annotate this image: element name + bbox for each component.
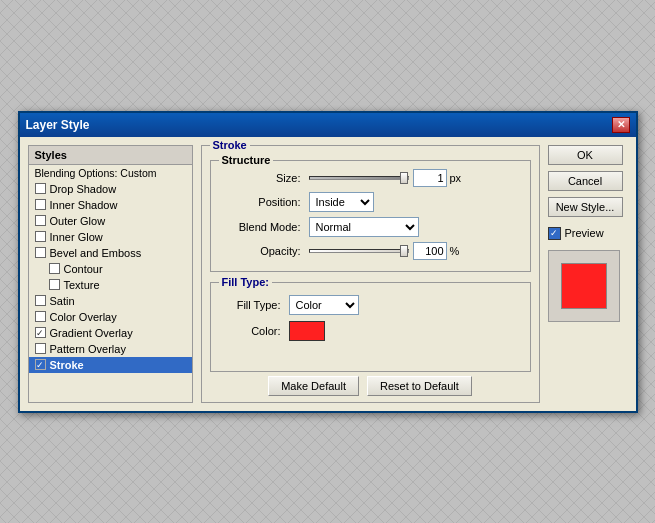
size-label: Size:: [219, 172, 309, 184]
gradient-overlay-label: Gradient Overlay: [50, 327, 133, 339]
stroke-section-title: Stroke: [210, 139, 250, 151]
outer-glow-checkbox[interactable]: [35, 215, 46, 226]
style-item-outer-glow[interactable]: Outer Glow: [29, 213, 192, 229]
inner-shadow-checkbox[interactable]: [35, 199, 46, 210]
fill-section: Fill Type: Fill Type: Color Gradient Pat…: [210, 282, 531, 372]
style-item-drop-shadow[interactable]: Drop Shadow: [29, 181, 192, 197]
position-row: Position: Inside Outside Center: [219, 192, 522, 212]
style-item-stroke[interactable]: ✓ Stroke: [29, 357, 192, 373]
style-item-blending-options[interactable]: Blending Options: Custom: [29, 165, 192, 181]
preview-label-row: ✓ Preview: [548, 227, 628, 240]
bevel-emboss-label: Bevel and Emboss: [50, 247, 142, 259]
structure-group: Structure Size: px Position:: [210, 160, 531, 272]
bevel-emboss-checkbox[interactable]: [35, 247, 46, 258]
style-item-pattern-overlay[interactable]: Pattern Overlay: [29, 341, 192, 357]
contour-label: Contour: [64, 263, 103, 275]
drop-shadow-label: Drop Shadow: [50, 183, 117, 195]
size-slider[interactable]: [309, 176, 409, 180]
size-unit: px: [450, 172, 462, 184]
layer-style-dialog: Layer Style ✕ Styles Blending Options: C…: [18, 111, 638, 413]
title-bar: Layer Style ✕: [20, 113, 636, 137]
preview-swatch: [562, 264, 606, 308]
close-button[interactable]: ✕: [612, 117, 630, 133]
stroke-section: Stroke Structure Size: px: [201, 145, 540, 403]
right-panel: OK Cancel New Style... ✓ Preview: [548, 145, 628, 403]
style-item-inner-glow[interactable]: Inner Glow: [29, 229, 192, 245]
position-select[interactable]: Inside Outside Center: [309, 192, 374, 212]
style-item-satin[interactable]: Satin: [29, 293, 192, 309]
styles-header: Styles: [29, 146, 192, 165]
preview-box: [548, 250, 620, 322]
pattern-overlay-label: Pattern Overlay: [50, 343, 126, 355]
blend-mode-select[interactable]: Normal Multiply Screen Overlay: [309, 217, 419, 237]
fill-section-title: Fill Type:: [219, 276, 272, 288]
inner-glow-label: Inner Glow: [50, 231, 103, 243]
style-item-contour[interactable]: Contour: [29, 261, 192, 277]
new-style-button[interactable]: New Style...: [548, 197, 623, 217]
structure-group-title: Structure: [219, 154, 274, 166]
pattern-overlay-checkbox[interactable]: [35, 343, 46, 354]
window-body: Styles Blending Options: Custom Drop Sha…: [20, 137, 636, 411]
color-label: Color:: [219, 325, 289, 337]
color-swatch[interactable]: [289, 321, 325, 341]
satin-label: Satin: [50, 295, 75, 307]
contour-checkbox[interactable]: [49, 263, 60, 274]
bottom-buttons: Make Default Reset to Default: [210, 372, 531, 396]
opacity-unit: %: [450, 245, 460, 257]
texture-label: Texture: [64, 279, 100, 291]
ok-button[interactable]: OK: [548, 145, 623, 165]
fill-type-row: Fill Type: Color Gradient Pattern: [219, 295, 522, 315]
style-item-inner-shadow[interactable]: Inner Shadow: [29, 197, 192, 213]
position-label: Position:: [219, 196, 309, 208]
inner-glow-checkbox[interactable]: [35, 231, 46, 242]
fill-type-label: Fill Type:: [219, 299, 289, 311]
fill-type-select[interactable]: Color Gradient Pattern: [289, 295, 359, 315]
opacity-slider-thumb[interactable]: [400, 245, 408, 257]
preview-label-text: Preview: [565, 227, 604, 239]
preview-checkbox[interactable]: ✓: [548, 227, 561, 240]
gradient-overlay-checkbox[interactable]: ✓: [35, 327, 46, 338]
opacity-slider[interactable]: [309, 249, 409, 253]
main-content: Stroke Structure Size: px: [201, 145, 540, 403]
opacity-row: Opacity: %: [219, 242, 522, 260]
cancel-button[interactable]: Cancel: [548, 171, 623, 191]
blend-mode-label: Blend Mode:: [219, 221, 309, 233]
style-item-gradient-overlay[interactable]: ✓ Gradient Overlay: [29, 325, 192, 341]
opacity-label: Opacity:: [219, 245, 309, 257]
size-slider-thumb[interactable]: [400, 172, 408, 184]
size-row: Size: px: [219, 169, 522, 187]
styles-panel: Styles Blending Options: Custom Drop Sha…: [28, 145, 193, 403]
title-bar-buttons: ✕: [612, 117, 630, 133]
texture-checkbox[interactable]: [49, 279, 60, 290]
stroke-checkbox[interactable]: ✓: [35, 359, 46, 370]
reset-to-default-button[interactable]: Reset to Default: [367, 376, 472, 396]
color-row: Color:: [219, 321, 522, 341]
color-overlay-label: Color Overlay: [50, 311, 117, 323]
inner-shadow-label: Inner Shadow: [50, 199, 118, 211]
opacity-input[interactable]: [413, 242, 447, 260]
size-input[interactable]: [413, 169, 447, 187]
style-item-color-overlay[interactable]: Color Overlay: [29, 309, 192, 325]
make-default-button[interactable]: Make Default: [268, 376, 359, 396]
outer-glow-label: Outer Glow: [50, 215, 106, 227]
window-title: Layer Style: [26, 118, 90, 132]
style-item-texture[interactable]: Texture: [29, 277, 192, 293]
blending-options-label: Blending Options: Custom: [35, 167, 157, 179]
stroke-label: Stroke: [50, 359, 84, 371]
drop-shadow-checkbox[interactable]: [35, 183, 46, 194]
style-item-bevel-emboss[interactable]: Bevel and Emboss: [29, 245, 192, 261]
satin-checkbox[interactable]: [35, 295, 46, 306]
color-overlay-checkbox[interactable]: [35, 311, 46, 322]
blend-mode-row: Blend Mode: Normal Multiply Screen Overl…: [219, 217, 522, 237]
